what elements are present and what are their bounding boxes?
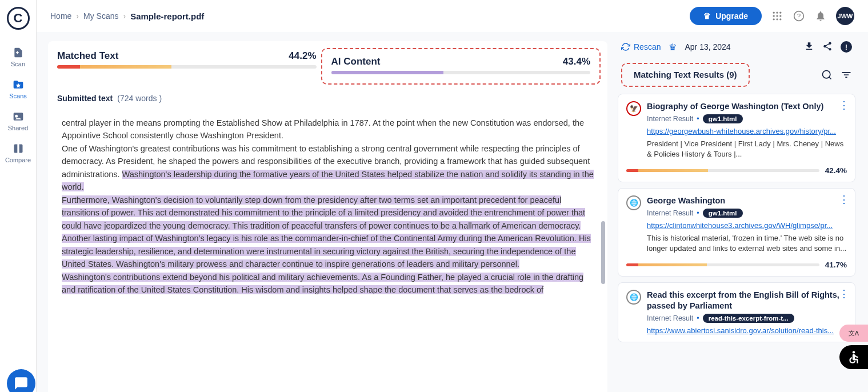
- scan-date: Apr 13, 2024: [685, 42, 730, 51]
- logo[interactable]: C: [7, 7, 30, 30]
- compare-icon: [13, 143, 24, 154]
- svg-point-0: [773, 12, 775, 14]
- svg-point-6: [773, 18, 775, 20]
- svg-point-13: [853, 351, 855, 353]
- ai-title: AI Content: [331, 56, 381, 67]
- info-icon[interactable]: !: [841, 41, 852, 53]
- ai-bar: [331, 71, 591, 74]
- file-plus-icon: [13, 47, 24, 58]
- svg-point-11: [823, 71, 830, 78]
- refresh-icon: [621, 42, 630, 51]
- rescan-button[interactable]: Rescan: [621, 42, 661, 51]
- result-card[interactable]: ⋮🌐Read this excerpt from the English Bil…: [618, 282, 855, 342]
- submitted-text-header: Submitted text (724 words ): [48, 87, 607, 107]
- upgrade-label: Upgrade: [715, 11, 748, 21]
- translate-fab[interactable]: 文A: [839, 325, 868, 342]
- more-icon[interactable]: ⋮: [839, 100, 849, 110]
- crown-icon: ♛: [669, 42, 677, 53]
- bell-icon[interactable]: [814, 10, 827, 22]
- document-text[interactable]: central player in the means prompting th…: [48, 107, 607, 392]
- topbar: Home › My Scans › Sample-report.pdf ♛ Up…: [37, 0, 868, 32]
- ai-value: 43.4%: [563, 56, 590, 67]
- results-list: ⋮🦅Biography of George Washington (Text O…: [617, 91, 857, 392]
- chevron-right-icon: ›: [123, 11, 126, 21]
- scrollbar[interactable]: [601, 221, 605, 284]
- text-p2b: Washington's leadership during the forma…: [62, 170, 594, 191]
- text-p1: central player in the means prompting th…: [62, 118, 584, 140]
- result-url[interactable]: https://clintonwhitehouse3.archives.gov/…: [647, 221, 847, 230]
- result-pct: 41.7%: [825, 261, 847, 269]
- svg-text:?: ?: [797, 12, 801, 19]
- result-card[interactable]: ⋮🦅Biography of George Washington (Text O…: [618, 94, 855, 182]
- svg-point-2: [779, 12, 781, 14]
- upgrade-button[interactable]: ♛ Upgrade: [690, 7, 762, 25]
- rescan-label: Rescan: [634, 42, 661, 51]
- crown-icon: ♛: [703, 11, 711, 21]
- search-icon[interactable]: [821, 69, 833, 81]
- source-icon: 🌐: [626, 290, 641, 305]
- help-icon[interactable]: ?: [793, 10, 805, 22]
- nav-scans[interactable]: Scans: [0, 73, 36, 105]
- text-p5: Washington's contributions extend beyond…: [62, 273, 583, 294]
- results-count: (9): [726, 70, 737, 79]
- metric-ai: AI Content 43.4%: [321, 48, 601, 85]
- crumb-current: Sample-report.pdf: [130, 11, 204, 21]
- result-snippet: President | Vice President | First Lady …: [647, 139, 847, 159]
- folder-star-icon: [13, 79, 24, 90]
- accessibility-icon: [846, 350, 861, 365]
- result-pct: 42.4%: [825, 166, 847, 175]
- nav-compare-label: Compare: [5, 157, 31, 163]
- matched-title: Matched Text: [57, 50, 118, 62]
- share-icon[interactable]: [822, 41, 834, 53]
- nav-scan-label: Scan: [11, 61, 25, 67]
- svg-point-1: [776, 12, 778, 14]
- result-type: Internet Result: [647, 115, 693, 123]
- nav-scans-label: Scans: [9, 93, 27, 99]
- result-type: Internet Result: [647, 209, 693, 217]
- result-bar: [626, 169, 819, 172]
- result-title: Read this excerpt from the English Bill …: [647, 290, 847, 311]
- share-card-icon: [13, 111, 24, 122]
- word-count: (724 words ): [117, 94, 162, 103]
- svg-line-12: [829, 77, 831, 79]
- apps-icon[interactable]: [771, 10, 783, 22]
- more-icon[interactable]: ⋮: [839, 289, 849, 299]
- text-p3: Furthermore, Washington's decision to vo…: [62, 195, 585, 230]
- chevron-right-icon: ›: [76, 11, 79, 21]
- metric-matched: Matched Text 44.2%: [57, 50, 317, 82]
- accessibility-fab[interactable]: [839, 345, 868, 369]
- result-title: George Washington: [647, 195, 847, 206]
- more-icon[interactable]: ⋮: [839, 194, 849, 205]
- nav-shared[interactable]: Shared: [0, 105, 36, 137]
- download-icon[interactable]: [804, 41, 815, 53]
- filter-icon[interactable]: [841, 69, 852, 81]
- svg-point-5: [779, 15, 781, 17]
- matched-bar: [57, 65, 317, 69]
- nav-scan[interactable]: Scan: [0, 41, 36, 73]
- sidebar: C Scan Scans Shared Compare: [0, 0, 37, 392]
- matched-value: 44.2%: [289, 50, 316, 62]
- result-type: Internet Result: [647, 314, 693, 322]
- result-title: Biography of George Washington (Text Onl…: [647, 101, 847, 112]
- result-url[interactable]: https://www.abiertosi.sanisidro.gov.ar/s…: [647, 326, 847, 335]
- text-p4: Another lasting impact of Washington's l…: [62, 234, 591, 269]
- result-url[interactable]: https://georgewbush-whitehouse.archives.…: [647, 127, 847, 135]
- crumb-scans[interactable]: My Scans: [83, 11, 118, 21]
- result-bar: [626, 263, 819, 266]
- svg-point-3: [773, 15, 775, 17]
- svg-point-7: [776, 18, 778, 20]
- results-title: Matching Text Results: [634, 70, 724, 79]
- results-title-box: Matching Text Results (9): [621, 63, 750, 87]
- svg-point-4: [776, 15, 778, 17]
- chat-icon: [14, 376, 29, 391]
- submitted-label: Submitted text: [57, 94, 113, 103]
- result-card[interactable]: ⋮🌐George WashingtonInternet Result • gw1…: [618, 188, 855, 277]
- svg-point-8: [779, 18, 781, 20]
- source-icon: 🦅: [626, 101, 641, 116]
- source-icon: 🌐: [626, 195, 641, 210]
- crumb-home[interactable]: Home: [50, 11, 71, 21]
- avatar[interactable]: JWW: [836, 7, 854, 25]
- nav-shared-label: Shared: [8, 125, 28, 131]
- result-snippet: This is historical material, 'frozen in …: [647, 233, 847, 254]
- nav-compare[interactable]: Compare: [0, 137, 36, 169]
